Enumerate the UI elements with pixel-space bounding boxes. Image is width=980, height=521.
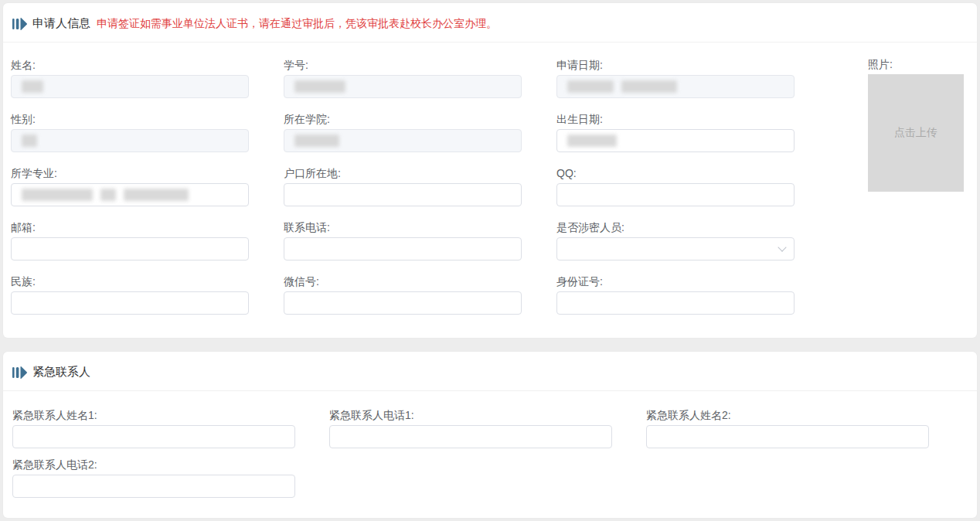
redacted-value [294, 135, 339, 147]
emergency-fields-grid: 紧急联系人姓名1: 紧急联系人电话1: 紧急联系人姓名2: 紧急联系人电话2: [3, 391, 977, 507]
section-title: 申请人信息 [32, 16, 90, 31]
field-label: 紧急联系人姓名1: [12, 408, 295, 422]
redacted-value [22, 80, 43, 93]
photo-upload-button[interactable]: 点击上传 [868, 74, 964, 192]
field-name: 姓名: [11, 58, 249, 98]
field-email: 邮箱: [11, 220, 249, 260]
field-ethnicity: 民族: [11, 274, 249, 315]
photo-label: 照片: [868, 57, 964, 71]
ec-name-2-input[interactable] [646, 425, 929, 448]
field-label: 联系电话: [284, 220, 522, 234]
emergency-section-header: 紧急联系人 [3, 352, 977, 391]
field-label: 申请日期: [556, 58, 795, 72]
field-ec-name-1: 紧急联系人姓名1: [12, 408, 295, 448]
section-marker-icon [12, 366, 27, 379]
field-label: 身份证号: [556, 274, 795, 288]
section-warning-text: 申请签证如需事业单位法人证书，请在通过审批后，凭该审批表赴校长办公室办理。 [97, 17, 497, 31]
ec-phone-2-input[interactable] [12, 475, 295, 498]
redacted-value [567, 135, 617, 147]
field-label: 紧急联系人电话1: [329, 408, 612, 422]
redacted-value [100, 189, 116, 201]
applicant-section-header: 申请人信息 申请签证如需事业单位法人证书，请在通过审批后，凭该审批表赴校长办公室… [3, 3, 977, 43]
field-ec-name-2: 紧急联系人姓名2: [646, 408, 929, 448]
ec-phone-1-input[interactable] [329, 425, 612, 448]
field-label: 出生日期: [556, 112, 795, 126]
field-label: 户口所在地: [284, 166, 522, 180]
field-qq: QQ: [556, 166, 795, 206]
phone-input[interactable] [284, 237, 522, 260]
household-location-input[interactable] [284, 183, 522, 206]
redacted-value [621, 80, 677, 93]
ethnicity-input[interactable] [11, 291, 249, 315]
field-ec-phone-2: 紧急联系人电话2: [12, 458, 295, 498]
field-apply-date: 申请日期: [556, 58, 795, 98]
field-classified-person: 是否涉密人员: [556, 220, 795, 260]
field-label: 所学专业: [11, 166, 249, 180]
field-label: 学号: [284, 58, 522, 72]
section-title: 紧急联系人 [32, 365, 90, 380]
field-label: 紧急联系人电话2: [12, 458, 295, 472]
section-marker-icon [12, 18, 27, 30]
field-label: 微信号: [284, 274, 522, 288]
field-label: 所在学院: [284, 112, 522, 126]
field-wechat: 微信号: [284, 274, 522, 315]
field-label: QQ: [556, 166, 795, 180]
field-label: 邮箱: [11, 220, 249, 234]
field-label: 性别: [11, 112, 249, 126]
applicant-fields-grid: 姓名: 学号: 申请日期: 性别: [3, 43, 977, 329]
gender-input [11, 129, 249, 152]
applicant-info-card: 申请人信息 申请签证如需事业单位法人证书，请在通过审批后，凭该审批表赴校长办公室… [3, 3, 977, 338]
field-label: 紧急联系人姓名2: [646, 408, 929, 422]
field-label: 民族: [11, 274, 249, 288]
field-student-id: 学号: [284, 58, 522, 98]
field-phone: 联系电话: [284, 220, 522, 260]
wechat-input[interactable] [284, 291, 522, 315]
field-label: 是否涉密人员: [556, 220, 795, 234]
field-major: 所学专业: [11, 166, 249, 206]
name-input [11, 75, 249, 98]
redacted-value [22, 189, 93, 201]
field-college: 所在学院: [284, 112, 522, 152]
ec-name-1-input[interactable] [12, 425, 295, 448]
id-number-input[interactable] [556, 291, 795, 315]
photo-field: 照片: 点击上传 [868, 57, 964, 192]
redacted-value [567, 80, 614, 93]
classified-person-select[interactable] [556, 237, 795, 260]
redacted-value [124, 189, 189, 201]
field-birth-date: 出生日期: [556, 112, 795, 152]
redacted-value [22, 135, 37, 147]
field-label: 姓名: [11, 58, 249, 72]
field-id-number: 身份证号: [556, 274, 795, 315]
redacted-value [294, 80, 345, 93]
field-gender: 性别: [11, 112, 249, 152]
emergency-contacts-card: 紧急联系人 紧急联系人姓名1: 紧急联系人电话1: 紧急联系人姓名2: 紧急联系… [3, 352, 977, 518]
qq-input[interactable] [556, 183, 795, 206]
field-household-location: 户口所在地: [284, 166, 522, 206]
photo-upload-text: 点击上传 [894, 126, 937, 140]
email-input[interactable] [11, 237, 249, 260]
field-ec-phone-1: 紧急联系人电话1: [329, 408, 612, 448]
